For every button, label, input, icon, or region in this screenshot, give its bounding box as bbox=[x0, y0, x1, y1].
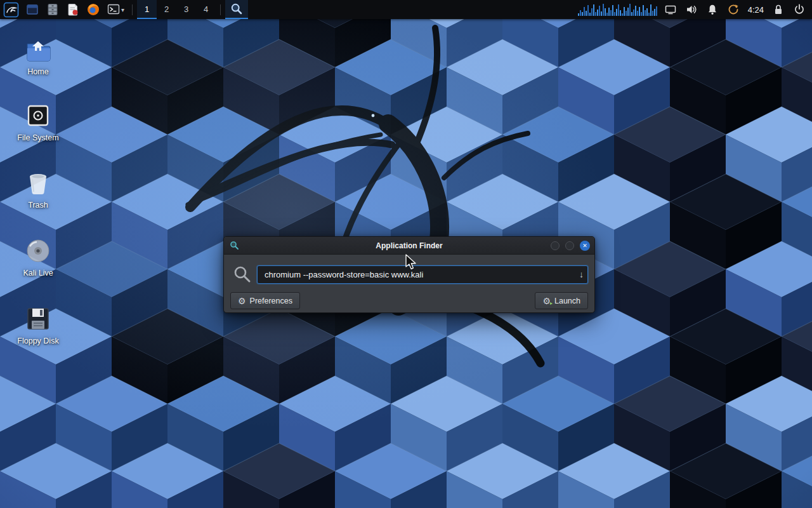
close-icon: ✕ bbox=[582, 241, 587, 251]
panel-separator bbox=[132, 4, 133, 15]
launcher-firefox[interactable] bbox=[83, 0, 103, 19]
optical-disc-icon bbox=[24, 237, 52, 265]
desktop-icon-label: Trash bbox=[5, 201, 71, 210]
firefox-icon bbox=[86, 3, 100, 17]
launch-label: Launch bbox=[554, 297, 580, 305]
launcher-text-editor[interactable] bbox=[63, 0, 83, 19]
desktop-icon-floppy-disk[interactable]: Floppy Disk bbox=[5, 305, 71, 345]
maximize-button[interactable] bbox=[565, 241, 574, 250]
panel-separator bbox=[220, 4, 221, 15]
run-play-icon: ▸ bbox=[550, 301, 553, 306]
desktop-icon-label: File System bbox=[5, 133, 71, 142]
kali-menu-icon bbox=[3, 2, 19, 18]
display-icon[interactable] bbox=[664, 3, 677, 16]
desktop-icon-label: Floppy Disk bbox=[5, 337, 71, 345]
preferences-button[interactable]: ⚙ Preferences bbox=[230, 292, 300, 309]
applications-menu-button[interactable] bbox=[0, 0, 22, 19]
close-button[interactable]: ✕ bbox=[580, 241, 590, 251]
desktop-icon-trash[interactable]: Trash bbox=[5, 169, 71, 210]
application-finder-window-icon bbox=[230, 241, 239, 250]
system-tray: 4:24 bbox=[662, 0, 812, 19]
preferences-label: Preferences bbox=[250, 297, 292, 305]
launcher-terminal[interactable]: ▾ bbox=[103, 0, 128, 19]
updates-icon[interactable] bbox=[727, 3, 740, 16]
launcher-file-manager[interactable] bbox=[43, 0, 63, 19]
floppy-disk-icon bbox=[24, 305, 52, 333]
workspace-switcher: 1 2 3 4 bbox=[137, 0, 216, 19]
clock[interactable]: 4:24 bbox=[748, 5, 764, 15]
run-icon: ⚙▸ bbox=[542, 297, 551, 305]
audio-spectrum-widget bbox=[578, 2, 658, 17]
top-panel: ▾ 1 2 3 4 bbox=[0, 0, 812, 19]
desktop-icon-label: Home bbox=[5, 67, 71, 76]
workspace-3[interactable]: 3 bbox=[176, 0, 196, 19]
window-title: Application Finder bbox=[224, 241, 594, 250]
desktop-icon-home[interactable]: Home bbox=[5, 36, 71, 76]
home-folder-icon bbox=[24, 36, 52, 64]
lock-screen-icon[interactable] bbox=[772, 3, 785, 16]
chevron-down-icon: ▾ bbox=[121, 6, 124, 13]
terminal-icon bbox=[107, 3, 121, 17]
volume-icon[interactable] bbox=[685, 3, 698, 16]
titlebar[interactable]: Application Finder ✕ bbox=[224, 237, 594, 255]
dialog-body: ↓ ⚙ Preferences ⚙▸ Launch bbox=[224, 265, 594, 309]
notifications-bell-icon[interactable] bbox=[706, 3, 719, 16]
launch-button[interactable]: ⚙▸ Launch bbox=[535, 292, 588, 309]
launcher-window[interactable] bbox=[22, 0, 43, 19]
workspace-2[interactable]: 2 bbox=[157, 0, 176, 19]
file-system-drive-icon bbox=[24, 102, 52, 130]
document-icon bbox=[66, 3, 80, 17]
window-icon bbox=[25, 3, 39, 17]
panel-launchers: ▾ bbox=[0, 0, 128, 19]
trash-icon bbox=[24, 169, 52, 197]
minimize-button[interactable] bbox=[551, 241, 560, 250]
logout-power-icon[interactable] bbox=[793, 3, 806, 16]
desktop-icon-file-system[interactable]: File System bbox=[5, 102, 71, 142]
history-dropdown-icon[interactable]: ↓ bbox=[579, 270, 584, 279]
desktop-icon-label: Kali Live bbox=[5, 269, 71, 277]
command-input-wrap: ↓ bbox=[257, 265, 588, 284]
file-cabinet-icon bbox=[46, 3, 60, 17]
search-icon bbox=[233, 265, 252, 284]
gear-icon: ⚙ bbox=[238, 297, 246, 305]
application-finder-window: Application Finder ✕ ↓ ⚙ bbox=[223, 236, 595, 313]
workspace-4[interactable]: 4 bbox=[196, 0, 216, 19]
window-controls: ✕ bbox=[551, 237, 590, 254]
taskbar-application-finder[interactable] bbox=[225, 0, 248, 19]
command-input[interactable] bbox=[257, 265, 588, 284]
desktop: Home File System Trash Kali Live bbox=[0, 0, 812, 508]
workspace-1[interactable]: 1 bbox=[137, 0, 157, 19]
application-finder-task-icon bbox=[230, 3, 243, 15]
desktop-icon-kali-live[interactable]: Kali Live bbox=[5, 237, 71, 277]
